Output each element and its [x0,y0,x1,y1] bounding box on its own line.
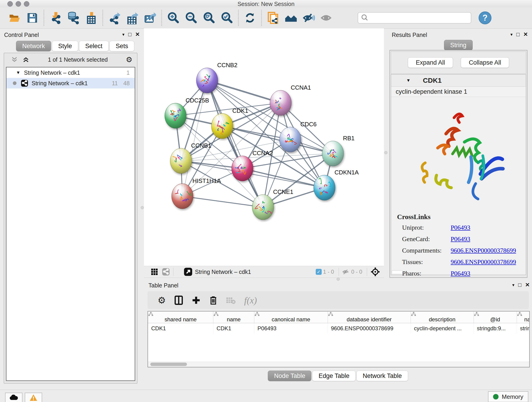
save-session-button[interactable] [26,11,39,25]
network-options-gear-icon[interactable]: ⚙ [126,55,133,64]
show-graphics-details-button[interactable] [320,11,333,25]
table-panel-close-icon[interactable]: ✕ [525,282,530,288]
first-neighbors-button[interactable] [284,11,298,25]
network-node-HIST1H1A[interactable] [172,184,193,209]
tab-edge-table[interactable]: Edge Table [312,370,355,381]
table-hscroll-thumb[interactable] [150,363,187,366]
results-panel-close-icon[interactable]: ✕ [523,31,528,38]
cloud-button[interactable] [5,393,22,402]
card-scrollbar[interactable] [392,270,403,274]
right-splitter-handle[interactable] [384,151,387,154]
add-column-icon[interactable] [191,296,201,305]
tab-network-table[interactable]: Network Table [356,370,408,381]
collapse-all-networks-icon[interactable] [11,56,18,64]
network-edge[interactable] [182,196,263,207]
table-cell[interactable]: CDK1 [213,323,254,334]
column-header-database-identifier[interactable]: database identifier [328,312,411,323]
zoom-out-button[interactable] [184,11,198,25]
results-panel-float-icon[interactable]: □ [516,31,520,38]
expand-all-networks-icon[interactable] [22,56,30,64]
export-network-button[interactable] [108,11,121,25]
network-style-icon[interactable] [162,268,170,276]
column-header-namespace[interactable]: namespace [517,312,530,323]
protein-card-header[interactable]: ▼ CDK1 [391,75,526,87]
fit-content-crosshair-icon[interactable] [370,267,380,277]
tab-select[interactable]: Select [79,41,109,51]
expand-all-button[interactable]: Expand All [408,57,453,68]
column-header-name[interactable]: name [213,312,254,323]
left-splitter-handle[interactable] [141,206,144,209]
crosslink-link[interactable]: 9606.ENSP00000378699 [451,247,516,254]
control-panel-float-icon[interactable]: □ [128,31,132,38]
tab-sets[interactable]: Sets [109,41,134,51]
table-cell[interactable]: stringdb [517,323,530,334]
show-columns-icon[interactable] [174,295,183,305]
search-field[interactable] [358,12,471,24]
column-header-description[interactable]: description [411,312,474,323]
network-row[interactable]: String Network – cdk1 11 48 [6,78,135,89]
show-hide-button[interactable] [302,11,316,25]
birds-eye-view-icon[interactable] [150,268,158,276]
table-panel-menu-icon[interactable]: ▾ [512,282,515,288]
table-cell[interactable]: cyclin-dependent ... [411,323,474,334]
tab-string[interactable]: String [444,40,473,51]
network-node-CCNB2[interactable] [196,68,218,93]
zoom-in-button[interactable] [167,11,180,25]
network-node-RB1[interactable] [322,141,344,166]
results-panel-menu-icon[interactable]: ▾ [510,32,513,37]
table-panel-float-icon[interactable]: □ [518,282,521,288]
column-header-@id[interactable]: @id [474,312,517,323]
collection-disclosure-icon[interactable]: ▼ [16,70,20,75]
table-cell[interactable]: 9606.ENSP00000378699 [328,323,411,334]
network-graph[interactable]: CCNB2CCNA1CDC25BCDK1CDC6RB1CCNB1CCNA2CDK… [144,28,384,266]
import-table-button[interactable] [85,11,98,25]
table-cell[interactable]: P06493 [254,323,328,334]
network-edge[interactable] [242,168,324,188]
network-node-CCNA2[interactable] [232,156,253,181]
network-node-CDKN1A[interactable] [314,175,335,200]
open-session-button[interactable] [8,11,21,25]
refresh-layout-button[interactable] [243,11,257,25]
zoom-fit-button[interactable] [202,11,215,25]
crosslink-link[interactable]: P06493 [451,224,470,231]
export-view-icon[interactable] [184,267,193,276]
crosslink-link[interactable]: 9606.ENSP00000378699 [451,258,516,266]
search-input[interactable] [370,14,471,21]
tab-network[interactable]: Network [16,41,51,51]
network-node-CCNE1[interactable] [252,195,274,220]
import-network-file-button[interactable] [49,11,62,25]
table-hscrollbar[interactable] [148,362,529,367]
collapse-all-button[interactable]: Collapse All [461,57,509,68]
table-cell[interactable]: stringdb:9... [474,323,517,334]
new-network-from-selection-button[interactable] [266,11,280,25]
export-image-button[interactable] [143,11,157,25]
column-header-canonical-name[interactable]: canonical name [254,312,328,323]
crosslink-link[interactable]: P06493 [451,270,470,277]
network-collection-row[interactable]: ▼ String Network – cdk1 1 [6,67,135,78]
network-view-canvas[interactable]: CCNB2CCNA1CDC25BCDK1CDC6RB1CCNB1CCNA2CDK… [144,28,384,266]
control-panel-close-icon[interactable]: ✕ [135,31,140,38]
control-panel-menu-icon[interactable]: ▾ [122,32,125,37]
memory-button[interactable]: Memory [488,391,528,402]
crosslink-link[interactable]: P06493 [451,235,470,243]
network-node-CDK1[interactable] [211,114,233,139]
network-node-CCNB1[interactable] [170,148,192,173]
network-edge[interactable] [207,80,281,103]
bottom-splitter-handle[interactable] [336,278,340,281]
network-node-CCNA1[interactable] [270,90,291,115]
column-header-shared-name[interactable]: shared name [148,312,213,323]
network-edge[interactable] [207,80,263,207]
table-row[interactable]: CDK1CDK1P064939606.ENSP00000378699cyclin… [148,323,530,334]
selected-checkbox[interactable]: ✓ [316,269,322,275]
table-cell[interactable]: CDK1 [148,323,213,334]
help-button[interactable]: ? [479,12,491,24]
table-options-gear-icon[interactable]: ⚙ [158,295,166,306]
network-node-CDC6[interactable] [279,127,301,152]
network-node-CDC25B[interactable] [165,103,186,128]
warnings-button[interactable] [25,393,42,402]
import-network-database-button[interactable] [67,11,80,25]
protein-disclosure-icon[interactable]: ▼ [406,78,411,83]
tab-node-table[interactable]: Node Table [268,370,311,381]
delete-column-icon[interactable] [209,295,218,305]
zoom-selected-button[interactable] [220,11,234,25]
